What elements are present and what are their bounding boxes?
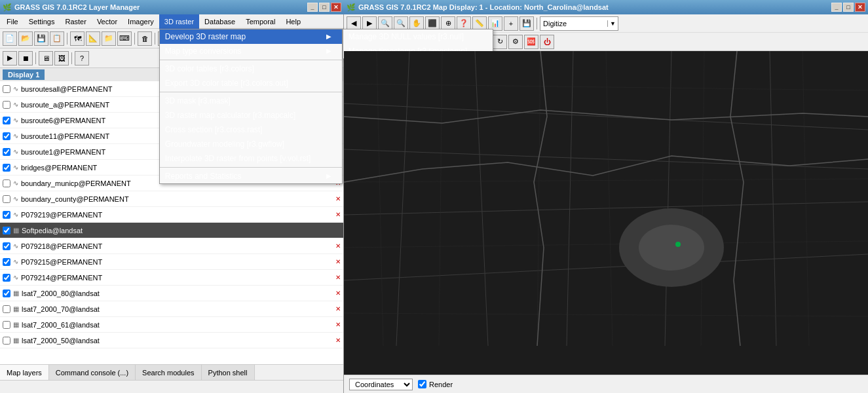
layer-item[interactable]: ▦ lsat7_2000_50@landsat ✕ <box>0 333 343 348</box>
sep-t5 <box>35 52 36 64</box>
map-tb-power[interactable]: ⏻ <box>540 35 554 49</box>
tb-stop-mon[interactable]: ⏹ <box>18 51 33 66</box>
menu-3draster-dropdown: Develop 3D raster map ▶ Map type convers… <box>159 29 343 184</box>
layer-checkbox[interactable] <box>3 211 10 219</box>
tb-add-group[interactable]: 📁 <box>102 31 116 46</box>
remove-layer-icon[interactable]: ✕ <box>335 337 341 344</box>
sep2 <box>160 92 342 92</box>
layer-item[interactable]: ∿ P079215@PERMANENT ✕ <box>0 254 343 270</box>
remove-layer-icon[interactable]: ✕ <box>335 274 341 281</box>
layer-checkbox[interactable] <box>3 321 10 329</box>
tb-help2[interactable]: ? <box>75 51 89 66</box>
svg-point-22 <box>675 242 681 247</box>
layer-item[interactable]: ∿ P079218@PERMANENT ✕ <box>0 238 343 254</box>
layer-item[interactable]: ∿ P079219@PERMANENT ✕ <box>0 207 343 223</box>
tb-new[interactable]: 📄 <box>3 31 17 46</box>
tab-pyshell[interactable]: Python shell <box>202 365 255 380</box>
map-tb-add-overlay[interactable]: + <box>504 16 518 31</box>
layer-checkbox[interactable] <box>3 242 10 250</box>
menu-settings[interactable]: Settings <box>24 14 60 29</box>
layer-item[interactable]: ▦ lsat7_2000_61@landsat ✕ <box>0 317 343 333</box>
menu-groundwater[interactable]: Groundwater modeling [r3.gwflow] <box>160 137 342 151</box>
raster-icon: ▦ <box>13 227 19 234</box>
layer-item[interactable]: ▦ lsat7_2000_80@landsat ✕ <box>0 286 343 301</box>
menu-export-3d-color[interactable]: Export 3D color table [r3.colors.out] <box>160 76 342 90</box>
remove-layer-icon[interactable]: ✕ <box>335 321 341 328</box>
layer-item[interactable]: ∿ boundary_county@PERMANENT ✕ <box>0 191 343 207</box>
menu-help[interactable]: Help <box>280 14 306 29</box>
tb-add-vector[interactable]: 📐 <box>86 31 100 46</box>
map-close-button[interactable]: ✕ <box>855 3 865 12</box>
tab-maplayers[interactable]: Map layers <box>0 365 49 380</box>
menu-temporal[interactable]: Temporal <box>240 14 280 29</box>
layer-checkbox[interactable] <box>3 148 10 156</box>
menu-file[interactable]: File <box>1 14 24 29</box>
menu-3d-colortables[interactable]: 3D color tables [r3.colors] <box>160 62 342 76</box>
menu-maptype-conv[interactable]: Map type conversions ▶ <box>160 44 342 58</box>
map-maximize-button[interactable]: □ <box>843 3 854 12</box>
layer-checkbox[interactable] <box>3 305 10 313</box>
layer-checkbox[interactable] <box>3 227 10 234</box>
menu-interpolate-3d[interactable]: Interpolate 3D raster from points [v.vol… <box>160 151 342 166</box>
digitize-dropdown-arrow[interactable]: ▼ <box>607 20 618 27</box>
remove-layer-icon[interactable]: ✕ <box>335 211 341 218</box>
coords-select[interactable]: Coordinates Extent Comp. region <box>349 379 413 390</box>
menu-3d-mapcalc[interactable]: 3D raster map calculator [r3.mapcalc] <box>160 108 342 122</box>
remove-layer-icon[interactable]: ✕ <box>335 305 341 312</box>
tb-render[interactable]: 🖥 <box>39 51 53 66</box>
layer-checkbox[interactable] <box>3 117 10 124</box>
submenu-manage-null[interactable]: Manage 3D NULL values [r3.null] <box>343 29 493 44</box>
layer-item-selected[interactable]: ▦ Softpedia@landsat <box>0 223 343 238</box>
map-tb-redo[interactable]: ↻ <box>493 35 507 49</box>
layer-checkbox[interactable] <box>3 274 10 282</box>
tb-add-raster[interactable]: 🗺 <box>70 31 85 46</box>
map-bottom: Coordinates Extent Comp. region Render <box>344 375 868 393</box>
tb-open[interactable]: 📂 <box>18 31 33 46</box>
layer-checkbox[interactable] <box>3 290 10 297</box>
menu-vector[interactable]: Vector <box>92 14 123 29</box>
tab-cmdconsole[interactable]: Command console (...) <box>49 365 136 380</box>
bottom-tabs: Map layers Command console (...) Search … <box>0 364 343 380</box>
map-tb-gear[interactable]: ⚙ <box>508 35 523 49</box>
layer-checkbox[interactable] <box>3 258 10 266</box>
remove-layer-icon[interactable]: ✕ <box>335 258 341 265</box>
tb-render-all[interactable]: 🖼 <box>54 51 69 66</box>
maximize-button[interactable]: □ <box>319 3 330 12</box>
layer-checkbox[interactable] <box>3 132 10 140</box>
map-tb-save[interactable]: 💾 <box>519 16 534 31</box>
menu-raster[interactable]: Raster <box>60 14 91 29</box>
remove-layer-icon[interactable]: ✕ <box>335 290 341 297</box>
close-button[interactable]: ✕ <box>331 3 341 12</box>
tb-start-mon[interactable]: ▶ <box>3 51 17 66</box>
layer-checkbox[interactable] <box>3 164 10 172</box>
digitize-combo[interactable]: Digitize ▼ <box>540 16 618 31</box>
sep-t2 <box>134 33 135 45</box>
tb-saveas[interactable]: 📋 <box>50 31 64 46</box>
layer-checkbox[interactable] <box>3 337 10 345</box>
layer-item[interactable]: ∿ P079214@PERMANENT ✕ <box>0 270 343 286</box>
layer-checkbox[interactable] <box>3 101 10 109</box>
tb-add-cmd[interactable]: ⌨ <box>117 31 132 46</box>
menu-reports-stats[interactable]: Reports and Statistics ▶ <box>160 169 342 183</box>
layer-checkbox[interactable] <box>3 179 10 187</box>
minimize-button[interactable]: _ <box>307 3 318 12</box>
render-checkbox[interactable] <box>418 380 426 388</box>
menu-cross-section[interactable]: Cross section [r3.cross.rast] <box>160 122 342 137</box>
map-minimize-button[interactable]: _ <box>831 3 842 12</box>
menu-3draster[interactable]: 3D raster Develop 3D raster map ▶ Map ty… <box>159 14 199 29</box>
layer-checkbox[interactable] <box>3 85 10 93</box>
tab-searchmod[interactable]: Search modules <box>136 365 202 380</box>
menu-imagery[interactable]: Imagery <box>123 14 159 29</box>
layer-item[interactable]: ▦ lsat7_2000_70@landsat ✕ <box>0 301 343 317</box>
map-grid <box>344 51 868 375</box>
layer-manager-title: GRASS GIS 7.0.1RC2 Layer Manager <box>14 3 140 11</box>
menu-database[interactable]: Database <box>199 14 240 29</box>
map-tb-help[interactable]: 🆘 <box>524 35 538 49</box>
menu-develop-3d[interactable]: Develop 3D raster map ▶ <box>160 29 342 44</box>
remove-layer-icon[interactable]: ✕ <box>335 195 341 202</box>
remove-layer-icon[interactable]: ✕ <box>335 242 341 250</box>
tb-save[interactable]: 💾 <box>34 31 48 46</box>
menu-3d-mask[interactable]: 3D mask [r3.mask] <box>160 94 342 108</box>
tb-del-layer[interactable]: 🗑 <box>138 31 152 46</box>
layer-checkbox[interactable] <box>3 195 10 203</box>
